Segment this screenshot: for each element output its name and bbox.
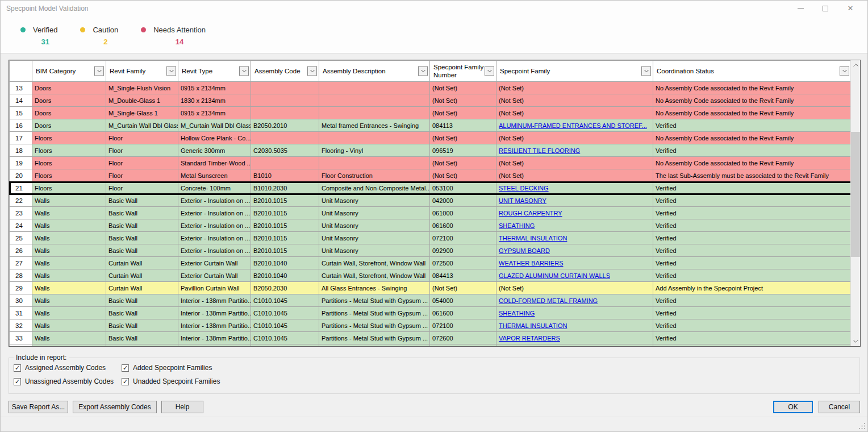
dialog-top-zone: Specpoint Model Validation ✕ Verified 31… [1, 1, 867, 53]
cell-specpoint-family-number: 084413 [430, 269, 496, 282]
specpoint-family-link[interactable]: UNIT MASONRY [499, 197, 546, 204]
cell-revit-type: Exterior Curtain Wall [178, 269, 251, 282]
scrollbar-thumb[interactable] [851, 132, 861, 257]
table-row[interactable]: 32WallsBasic WallInterior - 138mm Partit… [10, 319, 852, 332]
ok-button[interactable]: OK [773, 401, 813, 413]
specpoint-family-link[interactable]: SHEATHING [499, 222, 535, 229]
checkbox-added-specpoint-families[interactable]: ✓ Added Specpoint Families [122, 364, 212, 372]
chevron-down-icon [169, 70, 174, 73]
table-row[interactable]: 30WallsBasic WallInterior - 138mm Partit… [10, 294, 852, 307]
cell-assembly-description: Unit Masonry [319, 232, 430, 244]
checkbox-unassigned-assembly-codes[interactable]: ✓ Unassigned Assembly Codes [14, 377, 114, 385]
table-row[interactable]: 29WallsCurtain WallPavillion Curtain Wal… [10, 282, 852, 294]
column-filter-button[interactable] [840, 67, 849, 76]
close-button[interactable]: ✕ [838, 1, 863, 16]
row-number: 19 [10, 157, 32, 169]
cell-coordination-status: Verified [653, 244, 852, 257]
specpoint-family-link[interactable]: SHEATHING [499, 310, 535, 317]
cell-bim-category: Floors [32, 169, 106, 182]
resize-grip-icon[interactable] [858, 422, 866, 430]
specpoint-family-link[interactable]: GYPSUM BOARD [499, 247, 550, 254]
cell-revit-type: Exterior - Insulation on ... [178, 232, 251, 244]
chevron-down-icon [310, 70, 315, 73]
cell-revit-family: M_Double-Glass 1 [106, 94, 178, 107]
help-button[interactable]: Help [161, 401, 203, 413]
maximize-button[interactable] [813, 1, 838, 16]
cell-revit-family: Curtain Wall [106, 257, 178, 269]
table-row[interactable]: 21FloorsFloorConcrete- 100mmB1010.2030Co… [10, 182, 852, 194]
column-filter-button[interactable] [485, 67, 494, 76]
table-row[interactable]: 24WallsBasic WallExterior - Insulation o… [10, 219, 852, 232]
minimize-button[interactable] [788, 1, 813, 16]
specpoint-family-link[interactable]: ROUGH CARPENTRY [499, 210, 562, 217]
table-row[interactable]: 25WallsBasic WallExterior - Insulation o… [10, 232, 852, 244]
column-header-label: Specpoint Family Number [433, 64, 483, 78]
specpoint-family-link[interactable]: ALUMINUM-FRAMED ENTRANCES AND STOREF... [499, 122, 647, 129]
specpoint-family-link[interactable]: COLD-FORMED METAL FRAMING [499, 297, 598, 304]
table-row[interactable]: 14DoorsM_Double-Glass 11830 x 2134mm(Not… [10, 94, 852, 107]
specpoint-family-link[interactable]: STEEL DECKING [499, 185, 549, 192]
table-row[interactable]: 17FloorsFloorHollow Core Plank - Co...(N… [10, 132, 852, 144]
cell-specpoint-family: VAPOR RETARDERS [496, 332, 653, 344]
table-row[interactable]: 15DoorsM_Single-Glass 10915 x 2134mm(Not… [10, 107, 852, 119]
table-row[interactable]: 22WallsBasic WallExterior - Insulation o… [10, 194, 852, 207]
cell-specpoint-family: UNIT MASONRY [496, 194, 653, 207]
cell-assembly-code: C1010.1045 [251, 319, 319, 332]
checkbox-unadded-specpoint-families[interactable]: ✓ Unadded Specpoint Families [122, 377, 220, 385]
table-row[interactable]: 18FloorsFloorGeneric 300mmC2030.5035Floo… [10, 144, 852, 157]
table-row[interactable]: 20FloorsFloorMetal SunscreenB1010Floor C… [10, 169, 852, 182]
cell-revit-type: Interior - 138mm Partitio... [178, 332, 251, 344]
cell-revit-family: Curtain Wall [106, 282, 178, 294]
column-filter-button[interactable] [418, 67, 428, 76]
table-row[interactable]: 33WallsBasic WallInterior - 138mm Partit… [10, 332, 852, 344]
specpoint-family-link[interactable]: GLAZED ALUMINUM CURTAIN WALLS [499, 272, 610, 279]
column-header-label: Assembly Description [323, 68, 386, 74]
cell-bim-category: Walls [32, 294, 106, 307]
specpoint-family-link[interactable]: VAPOR RETARDERS [499, 335, 560, 342]
table-row[interactable]: 23WallsBasic WallExterior - Insulation o… [10, 207, 852, 219]
cell-revit-family: M_Single-Glass 1 [106, 107, 178, 119]
table-row[interactable]: 26WallsBasic WallExterior - Insulation o… [10, 244, 852, 257]
cell-revit-family: Floor [106, 182, 178, 194]
table-row[interactable]: 16DoorsM_Curtain Wall Dbl GlassM_Curtain… [10, 119, 852, 132]
cell-coordination-status: Verified [653, 194, 852, 207]
grid-corner-cell [10, 61, 32, 82]
scroll-down-button[interactable] [851, 337, 861, 346]
table-row[interactable]: 13DoorsM_Single-Flush Vision0915 x 2134m… [10, 82, 852, 94]
export-assembly-codes-button[interactable]: Export Assembly Codes [73, 401, 157, 413]
table-row[interactable]: 28WallsCurtain WallExterior Curtain Wall… [10, 269, 852, 282]
cell-coordination-status: Verified [653, 232, 852, 244]
row-number: 29 [10, 282, 32, 294]
scroll-up-button[interactable] [851, 60, 861, 70]
table-row[interactable]: 19FloorsFloorStandard Timber-Wood ...(No… [10, 157, 852, 169]
table-row[interactable]: 27WallsCurtain WallExterior Curtain Wall… [10, 257, 852, 269]
cell-assembly-code: C1010.1045 [251, 332, 319, 344]
cell-revit-type: Interior - 138mm Partitio... [178, 294, 251, 307]
cell-assembly-code: C1010.1045 [251, 294, 319, 307]
column-filter-button[interactable] [94, 67, 104, 76]
specpoint-family-link[interactable]: THERMAL INSULATION [499, 235, 567, 242]
column-filter-button[interactable] [307, 67, 317, 76]
specpoint-family-link[interactable]: WEATHER BARRIERS [499, 260, 563, 267]
cell-assembly-code: B2010.1015 [251, 194, 319, 207]
chevron-down-icon [842, 70, 847, 73]
cell-assembly-description: Metal framed Entrances - Swinging [319, 119, 430, 132]
column-header-label: Revit Type [182, 68, 212, 74]
specpoint-family-link[interactable]: THERMAL INSULATION [499, 322, 567, 329]
column-header-specpoint-family-number: Specpoint Family Number [430, 61, 496, 82]
cell-assembly-code: B2050.2030 [251, 282, 319, 294]
checkbox-assigned-assembly-codes[interactable]: ✓ Assigned Assembly Codes [14, 364, 106, 372]
table-row[interactable]: 31WallsBasic WallInterior - 138mm Partit… [10, 307, 852, 319]
cell-assembly-code [251, 107, 319, 119]
save-report-as-button[interactable]: Save Report As... [9, 401, 68, 413]
column-filter-button[interactable] [166, 67, 176, 76]
column-filter-button[interactable] [641, 67, 651, 76]
vertical-scrollbar[interactable] [850, 60, 860, 346]
cancel-button[interactable]: Cancel [819, 401, 860, 413]
close-icon: ✕ [848, 4, 854, 13]
table-row[interactable]: 34WallsBasic WallInterior - 138mm Partit… [10, 344, 852, 347]
specpoint-family-link[interactable]: RESILIENT TILE FLOORING [499, 147, 580, 154]
column-filter-button[interactable] [239, 67, 249, 76]
cell-specpoint-family-number: (Not Set) [430, 94, 496, 107]
cell-revit-type: Exterior - Insulation on ... [178, 244, 251, 257]
